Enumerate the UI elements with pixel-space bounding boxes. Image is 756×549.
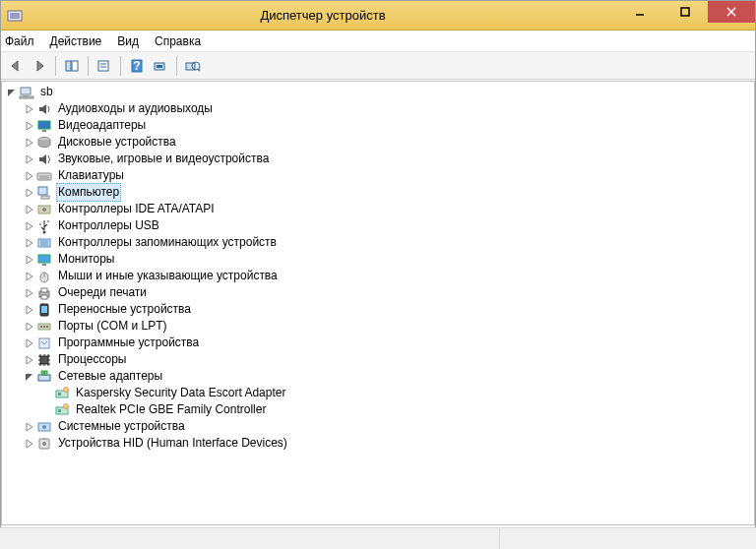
expand-icon[interactable] [24,103,35,115]
back-button[interactable] [5,55,27,77]
tree-item[interactable]: Переносные устройства [2,301,754,318]
svg-rect-20 [20,96,33,98]
expand-icon[interactable] [24,287,35,299]
tree-item-label: Порты (COM и LPT) [56,318,169,335]
pc-icon [36,185,52,201]
tree-item[interactable]: Мониторы [2,251,754,268]
svg-text:?: ? [133,59,140,73]
tree-item-label: Контроллеры USB [56,217,161,234]
tree-item[interactable]: Программные устройства [2,335,754,351]
svg-rect-33 [38,255,50,263]
tree-item[interactable]: Аудиовходы и аудиовыходы [2,100,754,117]
tree-item[interactable]: Сетевые адаптеры [2,368,754,385]
expand-icon[interactable] [24,337,35,349]
netadapter-icon [54,386,70,401]
svg-point-30 [42,208,46,212]
expand-icon[interactable] [24,237,35,249]
menu-view[interactable]: Вид [117,34,139,48]
sound-icon [36,152,52,167]
maximize-button[interactable] [662,1,708,23]
svg-point-56 [64,403,69,408]
tree-item[interactable]: Клавиатуры [2,167,754,184]
expand-icon[interactable] [24,354,35,366]
svg-rect-39 [41,295,47,299]
svg-point-31 [43,230,46,233]
portable-icon [36,302,52,318]
expand-icon[interactable] [24,170,35,182]
tree-item[interactable]: Контроллеры запоминающих устройств [2,234,754,251]
tree-item-label: sb [38,84,55,100]
menu-action[interactable]: Действие [50,34,102,48]
expand-icon[interactable] [24,304,35,316]
tree-item[interactable]: Устройства HID (Human Interface Devices) [2,435,754,452]
expand-icon[interactable] [24,254,35,266]
show-hide-tree-button[interactable] [61,55,83,77]
printer-icon [36,285,52,301]
hid-icon [36,436,52,452]
tree-item[interactable]: Мыши и иные указывающие устройства [2,268,754,284]
expand-icon[interactable] [24,438,35,450]
close-button[interactable] [708,1,755,23]
menu-help[interactable]: Справка [155,34,201,48]
expand-icon[interactable] [24,187,35,199]
svg-rect-47 [40,356,48,364]
toolbar: ? [1,52,755,80]
svg-rect-27 [38,187,47,195]
twisty-spacer [41,388,53,399]
tree-item-label: Дисковые устройства [56,134,178,151]
tree-item[interactable]: Контроллеры IDE ATA/ATAPI [2,201,754,217]
tree-item[interactable]: Дисковые устройства [2,134,754,151]
system-icon [36,419,52,435]
expand-icon[interactable] [24,204,35,215]
tree-item[interactable]: Звуковые, игровые и видеоустройства [2,151,754,167]
scan-changes-button[interactable] [182,55,204,77]
svg-point-53 [64,387,69,392]
expand-icon[interactable] [24,271,35,282]
properties-button[interactable] [94,55,115,77]
collapse-icon[interactable] [24,371,35,383]
expand-icon[interactable] [24,153,35,165]
svg-rect-21 [38,121,50,129]
storage-icon [36,235,52,251]
menu-file[interactable]: Файл [5,34,34,48]
tree-item[interactable]: Realtek PCIe GBE Family Controller [2,401,754,418]
netadapter-icon [54,402,70,418]
svg-rect-18 [21,88,31,94]
tree-item-label: Звуковые, игровые и видеоустройства [56,151,271,167]
device-tree-pane[interactable]: sbАудиовходы и аудиовыходыВидеоадаптерыД… [1,81,755,525]
expand-icon[interactable] [24,321,35,333]
svg-point-43 [40,326,42,328]
tree-item-label: Контроллеры IDE ATA/ATAPI [56,201,217,217]
forward-button[interactable] [29,55,50,77]
tree-item-label: Kaspersky Security Data Escort Adapter [74,385,287,401]
tree-item[interactable]: Контроллеры USB [2,217,754,234]
status-pane-left [0,528,500,549]
tree-item[interactable]: Системные устройства [2,418,754,435]
scan-hardware-button[interactable] [150,55,171,77]
tree-item[interactable]: Очереди печати [2,284,754,301]
help-button[interactable]: ? [126,55,148,77]
tree-item[interactable]: Видеоадаптеры [2,117,754,134]
minimize-button[interactable] [617,1,662,23]
expand-icon[interactable] [24,120,35,132]
tree-item[interactable]: Процессоры [2,351,754,368]
window-controls [617,1,755,23]
expand-icon[interactable] [24,137,35,149]
twisty-spacer [41,404,53,416]
tree-item[interactable]: Компьютер [2,184,754,201]
status-pane-right [500,528,756,549]
menubar: Файл Действие Вид Справка [1,30,755,52]
tree-item-label: Сетевые адаптеры [56,368,164,385]
svg-rect-8 [98,61,108,71]
tree-item-label: Клавиатуры [56,167,126,184]
collapse-icon[interactable] [6,87,18,98]
expand-icon[interactable] [24,421,35,433]
tree-item-label: Процессоры [56,351,129,368]
tree-item-label: Видеоадаптеры [56,117,148,134]
toolbar-separator [88,56,89,76]
tree-item[interactable]: Порты (COM и LPT) [2,318,754,335]
tree-item-label: Системные устройства [56,418,187,435]
tree-item[interactable]: Kaspersky Security Data Escort Adapter [2,385,754,401]
expand-icon[interactable] [24,220,35,232]
tree-item[interactable]: sb [2,84,754,100]
